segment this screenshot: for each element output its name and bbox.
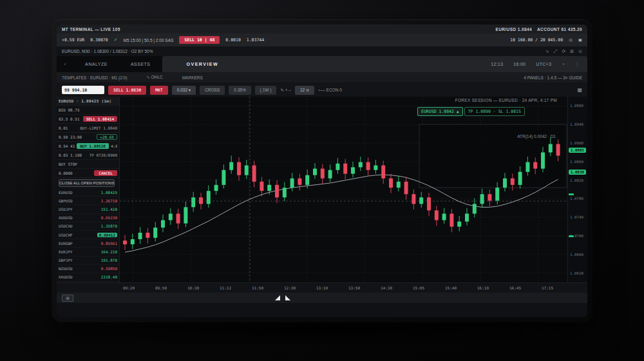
candlestick-chart[interactable]: FOREX SESSION — EURUSD · 24 APR, 4:17 PM…: [120, 97, 567, 282]
pin-icon[interactable]: ◎: [569, 37, 573, 43]
time-tick: 13:50: [348, 286, 360, 290]
guide-label: 4 PANELS · 1.4.5 — 3× GUIDE: [524, 75, 582, 80]
percent-button[interactable]: 0.35%: [229, 86, 251, 95]
range-button[interactable]: ( 1W ): [255, 86, 277, 95]
price-tick: 1.0900: [570, 141, 583, 145]
camera-icon[interactable]: ⊙: [578, 49, 582, 54]
order-row-plain: 0.03 1.100TP 0720/0900: [57, 151, 119, 160]
price-tick: 1.0660: [570, 253, 583, 257]
templates-label: TEMPLATES · EURUSD · M1 (2:0): [62, 75, 127, 80]
amount-input[interactable]: [62, 86, 104, 94]
tab-assets[interactable]: ASSETS: [119, 56, 162, 72]
order-row-red: 03.5 0.51SELL 1.08414: [57, 115, 119, 124]
grid-layout-icon[interactable]: ⊞: [570, 49, 574, 54]
back-chevron-icon[interactable]: ‹: [57, 56, 73, 72]
order-row-gtag: 0.50 23:00+20.65: [57, 133, 119, 142]
watchlist-symbol: GBPJPY: [59, 258, 73, 262]
watchlist-item-eurusd[interactable]: EURUSD1.08425: [57, 188, 119, 197]
watchlist-price: 1.08425: [101, 190, 117, 195]
tab-overview-active[interactable]: OVERVIEW 12:13 16:00 UTC+3 ◔ ⋮: [162, 56, 587, 72]
time-tick: 15:05: [413, 286, 424, 290]
order-row-dark: 0.01BUY-LIMIT 1.0840: [57, 124, 119, 133]
watchlist-item-eurjpy[interactable]: EURJPY164.210: [57, 248, 119, 256]
buy-order-pill[interactable]: BUY 1.08520: [77, 143, 109, 149]
watchlist-item-usdchf[interactable]: USDCHF0.90412: [57, 231, 119, 239]
watchlist-item-usdjpy[interactable]: USDJPY151.420: [57, 205, 119, 213]
watchlist-item-usdcad[interactable]: USDCAD1.35870: [57, 222, 119, 231]
watchlist-item-eurgbp[interactable]: EURGBP0.85561: [57, 239, 119, 248]
draw-tools-icon[interactable]: ✎ + –: [280, 88, 290, 93]
watchlist-item-gbpusd[interactable]: GBPUSD1.26710: [57, 197, 119, 205]
info-row: TEMPLATES · EURUSD · M1 (2:0) ∿ OHLC MAR…: [57, 72, 587, 83]
title-bar: MT TERMINAL — LIVE 105 EUR/USD 1.0844 AC…: [57, 24, 587, 34]
time-axis[interactable]: 09:2009:5010:3011:1211:5012:3013:1013:50…: [57, 282, 587, 293]
order-row-cancel[interactable]: 0.0000CANCEL: [57, 169, 119, 178]
market-button[interactable]: MKT: [150, 86, 168, 95]
step-back-icon[interactable]: [275, 295, 280, 300]
price-axis[interactable]: 1.09801.09401.09001.08601.08201.07801.07…: [567, 97, 587, 282]
grid-settings-button[interactable]: 12 ⊙: [295, 86, 314, 95]
order-watchlist-panel: EURUSD · 1.08425 (1m)BID 98.7503.5 0.51S…: [57, 97, 120, 282]
close-all-button[interactable]: CLOSE ALL OPEN POSITIONS: [59, 179, 115, 187]
price-tag: 1.0885: [569, 148, 586, 153]
tabbar-time-2: 16:00: [513, 62, 526, 66]
watchlist-item-nzdusd[interactable]: NZDUSD0.59850: [57, 265, 119, 273]
order-row-value: TP 0720/0900: [90, 153, 117, 157]
watchlist-symbol: EURGBP: [59, 241, 73, 246]
monitor-frame: MT TERMINAL — LIVE 105 EUR/USD 1.0844 AC…: [52, 19, 592, 322]
watchlist-item-audusd[interactable]: AUDUSD0.65230: [57, 214, 119, 222]
price-marker: [569, 235, 574, 237]
session-info: M5 15:00 | 50.5 | 2:00 SAS: [124, 38, 174, 43]
trading-app-window: MT TERMINAL — LIVE 105 EUR/USD 1.0844 AC…: [57, 24, 587, 317]
price-marker: [569, 193, 574, 195]
chart-canvas[interactable]: [120, 97, 567, 282]
tabbar-time-1: 12:13: [491, 62, 503, 66]
watchlist-item-gbpjpy[interactable]: GBPJPY191.870: [57, 257, 119, 265]
workspace: EURUSD · 1.08425 (1m)BID 98.7503.5 0.51S…: [57, 97, 587, 282]
ohlc-toggle[interactable]: ∿ OHLC: [146, 75, 162, 80]
tooltip-price: EURUSD 1.0842 ▲: [417, 107, 463, 116]
tooltip-levels: TP 1.0890 · SL 1.0815: [464, 107, 525, 116]
watchlist-price: 151.420: [101, 207, 117, 211]
pages-button[interactable]: ▤: [62, 295, 73, 302]
time-tick: 11:50: [252, 286, 263, 290]
watchlist-price: 191.870: [101, 258, 117, 262]
sell-quick-button[interactable]: SELL 10 | 48: [179, 36, 220, 44]
watchlist-symbol: EURJPY: [59, 249, 73, 254]
sell-button[interactable]: SELL 1.0830: [108, 86, 146, 95]
watchlist-item-xauusd[interactable]: XAUUSD2318.40: [57, 273, 119, 282]
price-tick: 1.0620: [570, 271, 583, 275]
tab-analyze[interactable]: ANALYZE: [73, 56, 119, 72]
watchlist-price: 1.26710: [101, 199, 117, 203]
order-control-row: SELL 1.0830 MKT 0.032 ▾ CROSS 0.35% ( 1W…: [57, 83, 587, 97]
watchlist-price: 0.65230: [101, 215, 117, 220]
kebab-menu-icon[interactable]: ⋮: [575, 62, 580, 67]
lot-size-dropdown[interactable]: 0.032 ▾: [172, 86, 196, 95]
watchlist-price: 1.35870: [101, 224, 117, 228]
order-row-label: 0.54 41.03: [59, 144, 75, 148]
price-tick: 1.0980: [570, 104, 583, 108]
time-tick: 17:15: [542, 286, 553, 290]
price-tick: 1.0780: [570, 197, 583, 200]
symbol-bar: EURUSD, M30 · 1.08300 / 1.08312 · O2 BY …: [57, 46, 587, 56]
cross-button[interactable]: CROSS: [200, 86, 225, 95]
watchlist-price: 0.90412: [97, 233, 117, 237]
clock-icon[interactable]: ◔: [562, 62, 565, 66]
sell-order-pill[interactable]: SELL 1.08414: [83, 116, 117, 122]
refresh-icon[interactable]: ⟳: [562, 49, 565, 54]
econ-calendar-toggle[interactable]: ⌁— ECON 0: [318, 88, 341, 93]
order-row-wide[interactable]: CLOSE ALL OPEN POSITIONS: [57, 178, 119, 188]
indicator-icon[interactable]: ∿: [545, 49, 549, 54]
layout-icon[interactable]: ▦: [577, 87, 582, 93]
step-forward-icon[interactable]: [285, 295, 290, 300]
fullscreen-icon[interactable]: ⤢: [554, 49, 558, 54]
grid-icon[interactable]: ▣: [578, 37, 582, 43]
watchlist-symbol: GBPUSD: [59, 199, 73, 203]
active-tab-label: OVERVIEW: [187, 62, 219, 66]
watchlist-price: 0.59850: [101, 266, 117, 271]
watchlist-symbol: AUDUSD: [59, 215, 73, 220]
markers-toggle[interactable]: MARKERS: [182, 75, 203, 80]
cancel-order-button[interactable]: CANCEL: [94, 170, 117, 176]
quote-secondary: 1.03744: [247, 37, 264, 43]
tab-bar: ‹ ANALYZE ASSETS OVERVIEW 12:13 16:00 UT…: [57, 56, 587, 72]
